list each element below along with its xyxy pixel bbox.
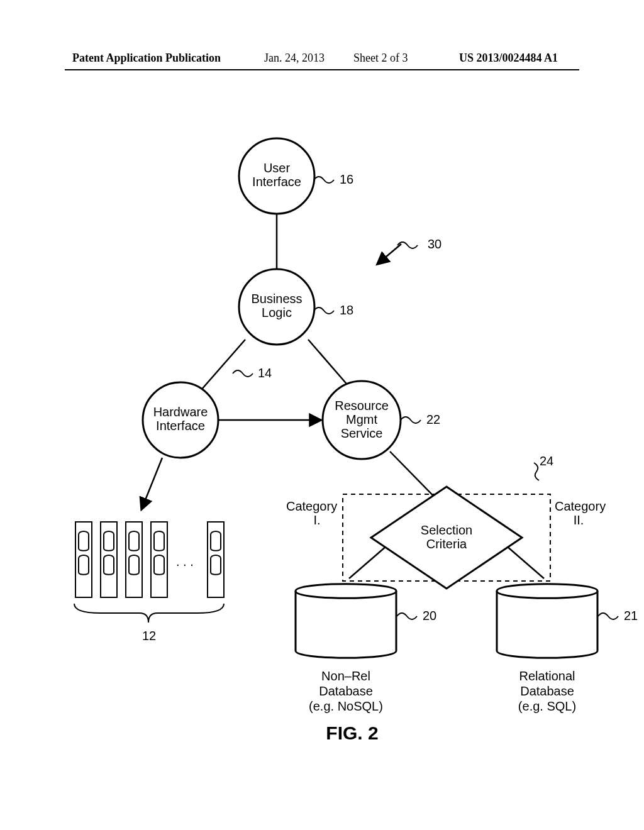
blade-1 xyxy=(75,522,92,597)
cat1-label: Category xyxy=(286,499,337,513)
db20-l2: Database xyxy=(319,684,373,698)
sel-line2: Criteria xyxy=(426,537,467,551)
patent-page: Patent Application Publication Jan. 24, … xyxy=(0,0,644,830)
bl-line1: Business xyxy=(251,292,302,306)
rms-line2: Mgmt xyxy=(346,412,377,426)
leader-30 xyxy=(377,244,401,264)
cat2-label: Category xyxy=(555,499,606,513)
ui-line1: User xyxy=(264,161,291,175)
ref-14: 14 xyxy=(258,366,272,380)
rms-line1: Resource xyxy=(335,399,389,412)
ref-18: 18 xyxy=(340,303,353,317)
cat2-sub: II. xyxy=(574,513,584,527)
node-selection-criteria: Selection Criteria 24 Category I. Catego… xyxy=(286,454,606,589)
tilde-18 xyxy=(314,307,334,314)
ref-12: 12 xyxy=(142,629,156,643)
blades-brace xyxy=(74,604,224,622)
node-db-relational: 21 Relational Database (e.g. SQL) xyxy=(497,584,638,713)
db21-l1: Relational xyxy=(519,669,575,683)
tilde-21 xyxy=(598,613,618,619)
db20-l1: Non–Rel xyxy=(321,669,370,683)
page-header: Patent Application Publication Jan. 24, … xyxy=(0,52,644,70)
ref-24: 24 xyxy=(540,454,553,468)
sel-line1: Selection xyxy=(421,523,472,537)
db20-l3: (e.g. NoSQL) xyxy=(309,699,383,713)
blades-ellipsis: . . . xyxy=(176,555,194,568)
ref-21: 21 xyxy=(624,609,638,622)
tilde-14 xyxy=(233,370,253,377)
rms-line3: Service xyxy=(341,426,383,440)
conn-hw-blades xyxy=(142,458,162,509)
blade-n xyxy=(208,522,224,597)
cat1-sub: I. xyxy=(313,513,320,527)
ui-line2: Interface xyxy=(252,175,301,189)
tilde-22 xyxy=(401,417,421,423)
conn-bl-hw xyxy=(201,340,245,390)
blade-4 xyxy=(151,522,167,597)
sheet-number: Sheet 2 of 3 xyxy=(353,52,408,65)
node-user-interface: User Interface 16 xyxy=(239,138,353,214)
publication-type: Patent Application Publication xyxy=(72,52,221,65)
node-resource-mgmt-service: Resource Mgmt Service 22 xyxy=(323,381,440,459)
node-business-logic: Business Logic 18 xyxy=(239,269,353,345)
node-db-nonrel: 20 Non–Rel Database (e.g. NoSQL) xyxy=(296,584,436,713)
hw-line1: Hardware xyxy=(153,405,208,419)
publication-number: US 2013/0024484 A1 xyxy=(459,52,558,65)
conn-bl-rms xyxy=(308,340,349,387)
ref-30: 30 xyxy=(428,237,441,251)
blade-server-array: . . . 12 xyxy=(74,522,224,643)
ref-20: 20 xyxy=(423,609,436,622)
figure-caption: FIG. 2 xyxy=(326,722,378,743)
db21-l2: Database xyxy=(520,684,574,698)
ref-16: 16 xyxy=(340,172,353,186)
ref-22: 22 xyxy=(426,412,440,426)
figure-2-diagram: 30 User Interface 16 Business Logic 18 H xyxy=(0,69,644,761)
hw-line2: Interface xyxy=(156,419,205,433)
tilde-16 xyxy=(314,177,334,183)
blade-2 xyxy=(101,522,117,597)
tilde-20 xyxy=(397,613,417,619)
bl-line2: Logic xyxy=(262,306,292,319)
db21-l3: (e.g. SQL) xyxy=(518,699,576,713)
blade-3 xyxy=(126,522,142,597)
node-hardware-interface: Hardware Interface 14 xyxy=(143,366,272,458)
publication-date: Jan. 24, 2013 xyxy=(264,52,325,65)
tilde-24 xyxy=(534,463,539,480)
